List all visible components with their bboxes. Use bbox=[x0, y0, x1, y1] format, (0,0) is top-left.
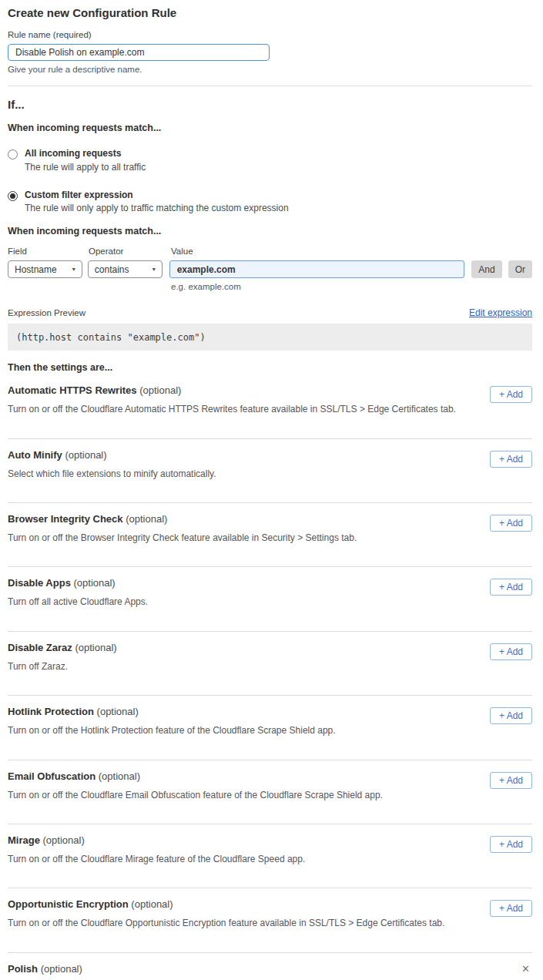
radio-all-incoming-requests[interactable]: All incoming requests The rule will appl… bbox=[8, 149, 532, 173]
radio-button-icon[interactable] bbox=[8, 149, 18, 159]
setting-description: Turn on or off the Browser Integrity Che… bbox=[8, 532, 532, 543]
if-heading: If... bbox=[8, 99, 532, 112]
section-divider bbox=[8, 86, 532, 86]
setting-title: Email Obfuscation bbox=[8, 770, 96, 782]
radio-label: All incoming requests bbox=[25, 149, 146, 159]
setting-description: Select which file extensions to minify a… bbox=[8, 468, 532, 479]
value-column-label: Value bbox=[171, 247, 193, 256]
setting-title: Disable Zaraz bbox=[8, 642, 72, 653]
add-button[interactable]: + Add bbox=[490, 900, 532, 917]
radio-button-icon[interactable] bbox=[8, 191, 18, 201]
field-select-value: Hostname bbox=[15, 264, 57, 275]
rule-name-label: Rule name (required) bbox=[8, 30, 532, 39]
optional-label: (optional) bbox=[75, 642, 116, 653]
optional-label: (optional) bbox=[139, 384, 181, 396]
setting-title: Browser Integrity Check bbox=[8, 513, 123, 525]
setting-disable-apps: Disable Apps (optional) Turn off all act… bbox=[8, 567, 532, 631]
or-button[interactable]: Or bbox=[508, 260, 532, 278]
setting-title: Auto Minify bbox=[8, 449, 62, 461]
optional-label: (optional) bbox=[131, 898, 173, 910]
add-button[interactable]: + Add bbox=[490, 707, 532, 724]
add-button[interactable]: + Add bbox=[490, 515, 532, 532]
setting-auto-minify: Auto Minify (optional) Select which file… bbox=[8, 439, 532, 503]
and-button[interactable]: And bbox=[471, 260, 501, 278]
field-select[interactable]: Hostname ▾ bbox=[8, 260, 82, 278]
setting-description: Turn on or off the Cloudflare Opportunis… bbox=[8, 918, 532, 928]
optional-label: (optional) bbox=[65, 449, 106, 461]
rule-name-helper: Give your rule a descriptive name. bbox=[8, 65, 532, 74]
add-button[interactable]: + Add bbox=[490, 643, 532, 660]
radio-description: The rule will apply to all traffic bbox=[25, 163, 146, 173]
setting-description: Turn on or off the Cloudflare Automatic … bbox=[8, 404, 532, 414]
radio-custom-filter-expression[interactable]: Custom filter expression The rule will o… bbox=[8, 190, 532, 215]
edit-expression-link[interactable]: Edit expression bbox=[469, 307, 532, 318]
setting-description: Turn on or off the Hotlink Protection fe… bbox=[8, 725, 532, 736]
add-button[interactable]: + Add bbox=[490, 836, 532, 853]
expression-preview-code: (http.host contains "example.com") bbox=[8, 324, 532, 351]
setting-browser-integrity-check: Browser Integrity Check (optional) Turn … bbox=[8, 503, 532, 567]
optional-label: (optional) bbox=[43, 834, 85, 846]
setting-title: Mirage bbox=[8, 834, 40, 846]
value-helper: e.g. example.com bbox=[171, 282, 532, 291]
operator-select-value: contains bbox=[95, 264, 129, 275]
setting-email-obfuscation: Email Obfuscation (optional) Turn on or … bbox=[8, 760, 532, 824]
optional-label: (optional) bbox=[41, 963, 82, 975]
radio-label: Custom filter expression bbox=[25, 190, 289, 201]
optional-label: (optional) bbox=[126, 513, 167, 525]
then-heading: Then the settings are... bbox=[8, 362, 532, 373]
setting-mirage: Mirage (optional) Turn on or off the Clo… bbox=[8, 824, 532, 888]
optional-label: (optional) bbox=[99, 770, 140, 782]
setting-title: Opportunistic Encryption bbox=[8, 898, 129, 910]
close-icon[interactable]: ✕ bbox=[521, 964, 530, 974]
setting-title: Automatic HTTPS Rewrites bbox=[8, 384, 137, 396]
add-button[interactable]: + Add bbox=[490, 386, 532, 403]
setting-description: Turn on or off the Cloudflare Email Obfu… bbox=[8, 790, 532, 800]
setting-title: Disable Apps bbox=[8, 577, 71, 589]
match-heading: When incoming requests match... bbox=[8, 123, 532, 133]
chevron-down-icon: ▾ bbox=[153, 266, 156, 273]
optional-label: (optional) bbox=[97, 706, 139, 717]
chevron-down-icon: ▾ bbox=[72, 266, 75, 273]
setting-title: Hotlink Protection bbox=[8, 706, 94, 717]
operator-select[interactable]: contains ▾ bbox=[88, 260, 163, 278]
expression-preview-label: Expression Preview bbox=[8, 308, 85, 317]
builder-heading: When incoming requests match... bbox=[8, 226, 532, 237]
setting-title: Polish bbox=[8, 963, 38, 975]
add-button[interactable]: + Add bbox=[490, 451, 532, 468]
setting-description: Turn off all active Cloudflare Apps. bbox=[8, 596, 532, 607]
setting-opportunistic-encryption: Opportunistic Encryption (optional) Turn… bbox=[8, 888, 532, 952]
value-input[interactable] bbox=[169, 260, 465, 278]
setting-description: Turn off Zaraz. bbox=[8, 661, 532, 672]
add-button[interactable]: + Add bbox=[490, 772, 532, 789]
operator-column-label: Operator bbox=[89, 247, 171, 256]
setting-hotlink-protection: Hotlink Protection (optional) Turn on or… bbox=[8, 696, 532, 760]
setting-disable-zaraz: Disable Zaraz (optional) Turn off Zaraz.… bbox=[8, 632, 532, 696]
setting-automatic-https-rewrites: Automatic HTTPS Rewrites (optional) Turn… bbox=[8, 374, 532, 438]
create-configuration-rule-form: Create new Configuration Rule Rule name … bbox=[0, 0, 543, 980]
optional-label: (optional) bbox=[74, 577, 116, 589]
setting-description: Turn on or off the Cloudflare Mirage fea… bbox=[8, 854, 532, 864]
setting-polish-expanded: ✕ Polish (optional) Change the settings … bbox=[8, 953, 532, 980]
page-title: Create new Configuration Rule bbox=[8, 7, 532, 20]
radio-description: The rule will only apply to traffic matc… bbox=[25, 203, 289, 214]
add-button[interactable]: + Add bbox=[490, 579, 532, 596]
rule-name-input[interactable] bbox=[8, 44, 270, 61]
field-column-label: Field bbox=[8, 247, 89, 256]
